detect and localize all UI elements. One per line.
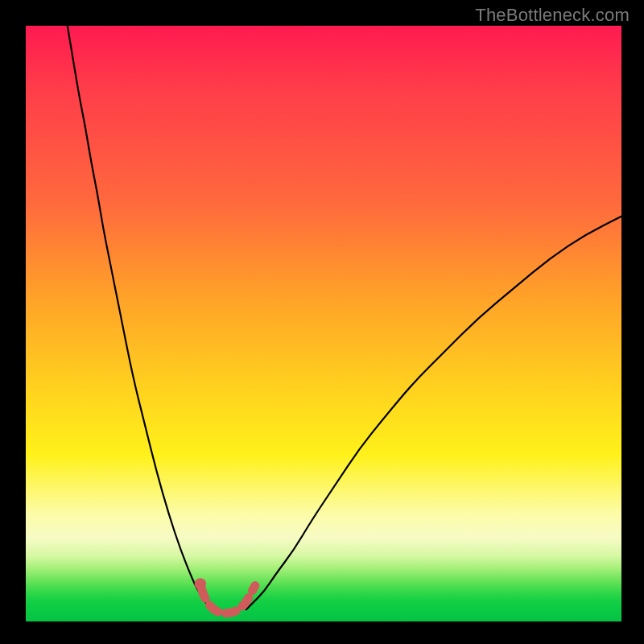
point-marker-dot <box>195 578 206 589</box>
chart-svg <box>26 26 621 621</box>
series-group <box>68 26 621 613</box>
series-right-branch <box>246 217 621 609</box>
chart-frame: TheBottleneck.com <box>0 0 644 644</box>
series-left-branch <box>68 26 211 609</box>
plot-area <box>26 26 621 621</box>
watermark-text: TheBottleneck.com <box>475 5 630 26</box>
